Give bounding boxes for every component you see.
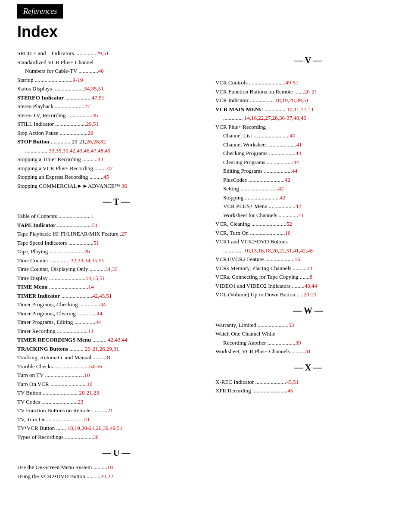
entry-timer-indicator: TIMER Indicator ......................42… <box>17 292 215 300</box>
entry-pluscodes: PlusCodes ..........................42 <box>223 176 401 184</box>
entry-setting: Setting ...........................42 <box>223 184 401 193</box>
x-divider: — X — <box>215 363 401 373</box>
pagenum: 10 <box>84 372 90 378</box>
entry-worksheet-channels: Worksheet for Channels ..............41 <box>223 211 401 220</box>
entry-stopping: Stopping .........................42 <box>223 193 401 202</box>
t-divider: — T — <box>17 197 215 207</box>
pagenum: 18,19,28,39,51 <box>275 97 309 103</box>
entry-worksheet-vcrplus: Worksheet, VCR Plus+ Channels ..........… <box>215 347 401 356</box>
pagenum: 52 <box>286 221 292 227</box>
entry-channel-list: Channel List ......................... 4… <box>223 131 401 140</box>
pagenum: 51 <box>92 222 97 228</box>
entry-stopping-timer: Stopping a Timer Recording ...........43 <box>17 155 215 164</box>
entry-tv-turn-on: TV, Turn On ..........................10 <box>17 415 215 424</box>
entry-tv-button: TV Button ......................... 20-2… <box>17 389 215 397</box>
pagenum: 39 <box>296 339 301 346</box>
header-bar: References <box>17 4 63 19</box>
pagenum: 44 <box>296 150 301 156</box>
pagenum: 41 <box>305 348 311 355</box>
v-divider: — V — <box>215 56 401 65</box>
pagenum: 41 <box>298 212 304 218</box>
pagenum: 29 <box>88 130 93 136</box>
pagenum: 10 <box>84 416 89 423</box>
entry-use-onscreen: Use the On-Screen Menu System ..........… <box>17 463 215 472</box>
pagenum: 20-21,26,29,31 <box>85 345 119 352</box>
entry-stopping-vcrplus: Stopping a VCR Plus+ Recording .........… <box>17 164 215 173</box>
entry-vcrs-connecting: VCRs, Connecting for Tape Copying ......… <box>215 273 401 281</box>
entry-tape-speed: Tape Speed Indicators ..................… <box>17 239 215 247</box>
pagenum: 8 <box>310 274 313 280</box>
pagenum: 42 <box>285 177 290 183</box>
pagenum: 14 <box>88 283 94 290</box>
entry-tvvcr-button: TV•VCR Button ....... 18,19,20-21,26,39,… <box>17 424 215 432</box>
pagenum: 10 <box>285 230 290 236</box>
entry-vcr-function-buttons: VCR Function Buttons on Remote .......20… <box>215 87 401 96</box>
pagenum: 42 <box>278 185 284 192</box>
pagenum: 42 <box>107 165 113 171</box>
entry-channel-worksheet: Channel Worksheet ....................41 <box>223 140 401 149</box>
entry-trouble-checks: Trouble Checks .........................… <box>17 362 215 371</box>
pagenum: 14,15,51 <box>85 275 105 281</box>
entry-warranty: Warranty, Limited ......................… <box>215 321 401 330</box>
entry-status-displays: Status Displays ......................34… <box>17 84 215 93</box>
entry-srch: SRCH + and – Indicators ...............2… <box>17 49 215 58</box>
entry-vcr-indicator: VCR Indicator ................. 18,19,28… <box>215 96 401 105</box>
entry-still-indicator: STILL Indicator ......................29… <box>17 120 215 128</box>
pagenum: 1 <box>90 213 93 219</box>
entry-vcr-turn-on: VCR, Turn On .........................10 <box>215 229 401 237</box>
pagenum: 45 <box>103 174 109 180</box>
entry-xrec-indicator: X-REC Indicator ......................45… <box>215 378 401 386</box>
entry-timer-recording: Timer Recording ......................43 <box>17 327 215 336</box>
pagenum: 20-21 <box>304 291 317 298</box>
pagenum: 43 <box>98 156 103 162</box>
entry-vcrs-memory: VCRs Memory, Placing Channels ..........… <box>215 264 401 273</box>
left-column: SRCH + and – Indicators ...............2… <box>17 49 215 481</box>
entry-types-recordings: Types of Recordings ....................… <box>17 433 215 442</box>
pagenum: 47,51 <box>92 94 104 101</box>
entry-vcr1vcr2dvd-cont: .............. 10,13,16,18,20,22,31,41,4… <box>223 246 401 255</box>
entry-stopping-express: Stopping an Express Recording ..........… <box>17 173 215 181</box>
pagenum: 38 <box>93 434 99 440</box>
pagenum: 40 <box>98 68 104 74</box>
pagenum: 10,13,16,18,20,22,31,41,42,48 <box>244 247 313 254</box>
entry-vcrplus-recording: VCR Plus+ Recording <box>215 123 401 131</box>
entry-tape-playback: Tape Playback: HI-FI/LINEAR/MIX Feature … <box>17 230 215 238</box>
pagenum: 26 <box>84 248 90 255</box>
pagenum: 44 <box>293 159 299 165</box>
pagenum: 29,51 <box>97 50 109 56</box>
entry-vcr1vcr2-feature: VCR1/VCR2 Feature .....................1… <box>215 255 401 264</box>
entry-xpr-recording: XPR Recording .........................4… <box>215 386 401 395</box>
pagenum: 29,51 <box>86 121 99 127</box>
pagenum: 34,35,51 <box>84 85 104 92</box>
pagenum: 27 <box>121 230 127 237</box>
entry-vcr1vcr2dvd-buttons: VCR1 and VCR2•DVD Buttons <box>215 237 401 246</box>
pagenum: 51 <box>93 240 99 246</box>
entry-time-display: Time Display ..........................1… <box>17 274 215 283</box>
entry-timer-recordings-menu: TIMER RECORDINGS Menu .......... 42,43,4… <box>17 336 215 344</box>
entry-stop-button: STOP Button .............. 20-21,26,28,3… <box>17 137 215 146</box>
entry-tape-playing: Tape, Playing .........................2… <box>17 247 215 256</box>
entry-tape-indicator: TAPE Indicator .........................… <box>17 221 215 230</box>
entry-video1-video2: VIDEO1 and VIDEO2 Indicators .........43… <box>215 282 401 290</box>
page-title: Index <box>17 23 411 41</box>
pagenum: 41 <box>296 141 302 148</box>
pagenum: 21 <box>107 407 113 414</box>
header-label: References <box>23 7 57 16</box>
pagenum: 42,43,51 <box>92 292 112 299</box>
pagenum: 43 <box>87 328 93 334</box>
entry-standardized: Standardized VCR Plus+ Channel <box>17 58 215 67</box>
entry-time-menu: TIME Menu ............................14 <box>17 283 215 291</box>
entry-tv-function-buttons: TV Function Buttons on Remote ..........… <box>17 406 215 415</box>
entry-tv-codes: TV Codes ..........................23 <box>17 398 215 406</box>
pagenum: 46 <box>92 112 98 118</box>
pagenum: 33,35,39,42,43,46,47,48,49 <box>49 147 110 154</box>
entry-table-contents: Table of Contents ......................… <box>17 212 215 221</box>
entry-stop-action: Stop Action Pause ....................29 <box>17 129 215 137</box>
pagenum: 23 <box>78 398 84 405</box>
pagenum: 45 <box>287 387 293 394</box>
pagenum: 20-21,23 <box>79 389 100 396</box>
entry-recording-another: Recording Another ....................39 <box>223 339 401 347</box>
entry-clearing-programs: Clearing Programs ...................44 <box>223 158 401 167</box>
pagenum: 14,16,22,27,28,36-37,40,46 <box>244 115 306 121</box>
pagenum: 10,11,12,13 <box>287 106 313 112</box>
